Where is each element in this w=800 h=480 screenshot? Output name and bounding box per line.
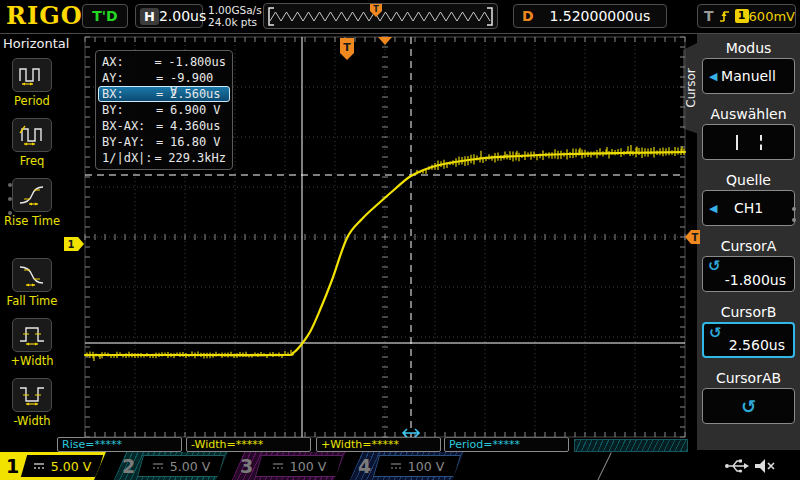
oscilloscope-screen: RIGOL T'D H 2.00us 1.00GSa/s 24.0k pts T… <box>0 0 800 480</box>
sample-rate: 1.00GSa/s <box>208 4 262 16</box>
measure-slot-period[interactable]: Period=***** <box>444 437 569 452</box>
cursor-b-value: 2.560us <box>729 337 785 353</box>
cursor-menu-tab: Cursor <box>683 42 699 134</box>
left-arrow-icon: ◀ <box>709 70 717 83</box>
channel-4-number: 4 <box>358 452 371 480</box>
rise-time-icon <box>18 183 46 207</box>
softkey-cursor-ab[interactable]: CursorAB ↺ <box>700 368 797 430</box>
rotate-icon: ↺ <box>708 257 721 275</box>
horizontal-measure-menu: Horizontal Period Freq Rise Time <box>0 33 64 453</box>
channel-4-status[interactable]: 4 100 V <box>346 452 468 480</box>
readout-row-ax: AX:=-1.800us <box>98 54 230 70</box>
waveform-preview[interactable]: T <box>263 3 498 29</box>
menu-item-label: Rise Time <box>0 214 64 228</box>
dc-coupling-icon <box>151 461 165 471</box>
channel-3-number: 3 <box>240 452 253 480</box>
timebase-value: 2.00us <box>159 8 206 24</box>
measure-slot-empty <box>574 439 688 452</box>
channel-1-scale: 5.00 V <box>51 459 91 474</box>
channel-1-status[interactable]: 1 5.00 V <box>0 452 110 480</box>
trigger-position-marker[interactable] <box>340 38 354 60</box>
rotate-icon: ↺ <box>709 324 722 342</box>
status-divider <box>597 452 611 480</box>
fall-time-icon <box>18 263 46 287</box>
dc-coupling-icon <box>32 461 46 471</box>
channel-status-bar: 1 5.00 V 2 5.00 V 3 10 <box>0 452 800 480</box>
cursor-solid-icon <box>736 135 738 150</box>
softkey-cursor-a[interactable]: CursorA ↺-1.800us <box>700 236 797 298</box>
menu-item-label: Period <box>0 94 64 108</box>
channel-4-scale: 100 V <box>408 459 444 474</box>
readout-row-freq: 1/|dX|:=229.3kHz <box>98 150 230 166</box>
cursor-b-move-icon <box>403 429 419 437</box>
softkey-quelle[interactable]: Quelle ◀CH1 <box>700 170 797 232</box>
trigger-source-badge: 1 <box>735 9 749 23</box>
trigger-level-value: 600mV <box>749 9 795 24</box>
channel-3-scale: 100 V <box>290 459 326 474</box>
acquisition-info: 1.00GSa/s 24.0k pts <box>208 4 262 28</box>
horizontal-center-marker <box>378 37 392 45</box>
softkey-cursor-b[interactable]: CursorB ↺2.560us <box>700 302 797 364</box>
memory-depth: 24.0k pts <box>208 16 262 28</box>
t-label: T <box>704 8 714 24</box>
horizontal-scale-box[interactable]: H 2.00us <box>135 4 203 28</box>
channel-3-status[interactable]: 3 100 V <box>228 452 350 480</box>
minus-width-icon <box>18 383 46 407</box>
channel-1-marker-label: 1 <box>68 239 75 250</box>
readout-row-bx: BX:=2.560us <box>98 86 230 102</box>
modus-value: Manuell <box>721 68 776 84</box>
readout-row-ay: AY:=-9.900 V <box>98 70 230 86</box>
rotate-icon: ↺ <box>741 396 756 417</box>
readout-row-byay: BY-AY:=16.80 V <box>98 134 230 150</box>
ch1-waveform-trace <box>85 152 685 355</box>
dc-coupling-icon <box>271 461 285 471</box>
measure-slot-rise[interactable]: Rise=***** <box>57 437 182 452</box>
measure-slot-minus-width[interactable]: -Width=***** <box>186 437 311 452</box>
preview-wave <box>270 12 490 21</box>
h-label: H <box>140 8 159 25</box>
channel-2-status[interactable]: 2 5.00 V <box>110 452 232 480</box>
menu-item-label: -Width <box>0 414 64 428</box>
menu-item-plus-width[interactable]: +Width <box>0 318 64 368</box>
readout-row-by: BY:=6.900 V <box>98 102 230 118</box>
channel-2-number: 2 <box>122 452 135 480</box>
speaker-muted-icon <box>752 455 778 477</box>
svg-text:T: T <box>373 5 379 14</box>
menu-item-label: +Width <box>0 354 64 368</box>
menu-item-period[interactable]: Period <box>0 58 64 108</box>
period-icon <box>18 63 46 87</box>
ch1-waveform-noise <box>87 145 684 361</box>
d-label: D <box>522 8 534 24</box>
channel-1-offset-marker[interactable] <box>64 237 84 251</box>
menu-item-label: Fall Time <box>0 294 64 308</box>
trigger-settings-box[interactable]: T 1 600mV <box>697 4 796 28</box>
menu-item-fall-time[interactable]: Fall Time <box>0 258 64 308</box>
trigger-status-badge: T'D <box>82 4 128 28</box>
trigger-delay-box[interactable]: D 1.52000000us <box>513 4 667 28</box>
softkey-auswaehlen[interactable]: Auswählen <box>700 104 797 166</box>
dc-coupling-icon <box>389 461 403 471</box>
measure-slot-plus-width[interactable]: +Width=***** <box>316 437 441 452</box>
trigger-slope-icon <box>718 9 731 24</box>
waveform-preview-icon: T <box>264 4 497 28</box>
trigger-status-text: T'D <box>83 8 127 24</box>
left-arrow-icon: ◀ <box>709 202 717 215</box>
cursor-readout-panel: AX:=-1.800us AY:=-9.900 V BX:=2.560us BY… <box>95 50 233 170</box>
readout-row-bxax: BX-AX:=4.360us <box>98 118 230 134</box>
delay-value: 1.52000000us <box>534 8 666 24</box>
menu-item-label: Freq <box>0 154 64 168</box>
freq-icon <box>18 123 46 147</box>
usb-icon <box>724 456 750 476</box>
cursor-a-value: -1.800us <box>725 272 786 288</box>
channel-1-number: 1 <box>6 452 19 480</box>
softkey-modus[interactable]: Modus ◀Manuell <box>700 38 797 100</box>
plus-width-icon <box>18 323 46 347</box>
trigger-position-label: T <box>343 41 351 54</box>
menu-item-minus-width[interactable]: -Width <box>0 378 64 428</box>
top-status-bar: RIGOL T'D H 2.00us 1.00GSa/s 24.0k pts T… <box>0 0 800 34</box>
left-menu-title: Horizontal <box>3 36 69 51</box>
quelle-value: CH1 <box>734 200 763 216</box>
menu-item-freq[interactable]: Freq <box>0 118 64 168</box>
cursor-dashed-icon <box>760 135 762 150</box>
channel-2-scale: 5.00 V <box>170 459 210 474</box>
